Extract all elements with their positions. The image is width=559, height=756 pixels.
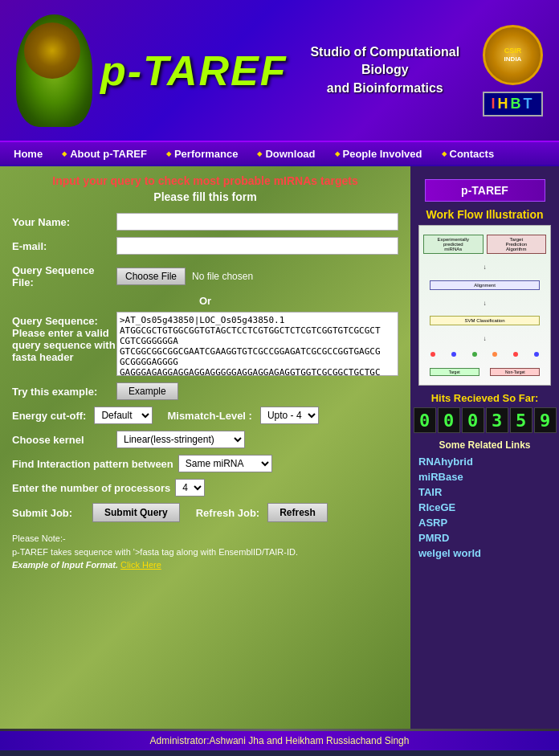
- or-divider: Or: [12, 295, 398, 307]
- workflow-diagram: ExperimentallypredictedmiRNAs TargetPred…: [418, 225, 551, 386]
- subtitle-line2: and Bioinformatics: [288, 80, 483, 97]
- wf-box-4: SVM Classification: [430, 316, 541, 325]
- note-example: Example of Input Format.: [12, 560, 118, 570]
- form-subtitle: Please fill this form: [12, 190, 398, 203]
- submit-job-label: Submit Job:: [12, 507, 92, 519]
- wf-box-2: TargetPredictionAlgorithm: [487, 235, 547, 254]
- workflow-title: Work Flow Illustration: [410, 208, 559, 221]
- sidebar-tab: p-TAREF: [425, 179, 545, 202]
- submit-query-button[interactable]: Submit Query: [92, 503, 180, 522]
- interaction-label: Find Interaction pattern between: [12, 458, 173, 470]
- query-file-row: Query Sequence File: Choose File No file…: [12, 264, 398, 288]
- main-content: Input your query to check most probable …: [0, 166, 559, 729]
- link-asrp[interactable]: ASRP: [418, 517, 551, 529]
- form-query-title: Input your query to check most probable …: [12, 174, 398, 187]
- header-right: CSIR INDIA IHBT: [483, 25, 543, 116]
- sidebar: p-TAREF Work Flow Illustration Experimen…: [410, 166, 559, 729]
- digit-0: 0: [414, 407, 436, 433]
- footer-admin: Administrator:Ashwani Jha and Heikham Ru…: [0, 731, 559, 750]
- no-file-chosen-text: No file chosen: [192, 271, 253, 282]
- your-name-label: Your Name:: [12, 216, 116, 228]
- wf-result-1: Target: [430, 368, 479, 376]
- header: p-TAREF Studio of Computational Biology …: [0, 0, 559, 141]
- sidebar-links: RNAhybrid miRBase TAIR RIceGE ASRP PMRD …: [410, 456, 559, 559]
- logo-area: p-TAREF: [16, 14, 288, 127]
- digit-3: 3: [486, 407, 508, 433]
- digit-2: 0: [462, 407, 484, 433]
- kernel-label: Choose kernel: [12, 434, 116, 446]
- wf-result-2: Non-Target: [490, 368, 540, 376]
- query-sequence-textarea[interactable]: [116, 312, 398, 376]
- scatter-dot-green: [472, 352, 477, 357]
- processors-label: Enter the number of processors: [12, 482, 170, 494]
- choose-file-button[interactable]: Choose File: [116, 268, 186, 285]
- link-rnahybrid[interactable]: RNAhybrid: [418, 456, 551, 468]
- nav-item-contacts[interactable]: Contacts: [432, 148, 504, 160]
- query-sequence-row: Query Sequence: Please enter a valid que…: [12, 312, 398, 376]
- wf-arrow-3: ↓: [484, 335, 487, 342]
- note-area: Please Note:- p-TAREF takes sequence wit…: [12, 532, 398, 572]
- link-pmrd[interactable]: PMRD: [418, 532, 551, 544]
- wf-box-1: ExperimentallypredictedmiRNAs: [423, 235, 484, 254]
- submit-row: Submit Job: Submit Query Refresh Job: Re…: [12, 503, 398, 522]
- navigation: Home About p-TAREF Performance Download …: [0, 141, 559, 166]
- csir-badge: CSIR INDIA: [483, 25, 543, 85]
- email-label: E-mail:: [12, 240, 116, 252]
- email-row: E-mail:: [12, 237, 398, 255]
- processors-select[interactable]: 1 2 4 8: [175, 479, 205, 497]
- subtitle-line1: Studio of Computational Biology: [288, 43, 483, 80]
- form-area: Input your query to check most probable …: [0, 166, 410, 729]
- link-tair[interactable]: TAIR: [418, 486, 551, 498]
- energy-select[interactable]: Default Low Medium High: [94, 407, 153, 424]
- wf-box-3: Alignment: [430, 280, 541, 290]
- nav-item-home[interactable]: Home: [4, 148, 52, 160]
- note-line2: p-TAREF takes sequence with '>fasta tag …: [12, 546, 398, 559]
- digit-4: 5: [510, 407, 532, 433]
- energy-mismatch-row: Energy cut-off: Default Low Medium High …: [12, 407, 398, 424]
- scatter-dot-orange: [492, 352, 497, 357]
- your-name-row: Your Name:: [12, 213, 398, 231]
- nav-item-about[interactable]: About p-TAREF: [52, 148, 157, 160]
- digit-5: 9: [534, 407, 557, 433]
- ihbt-label: IHBT: [483, 92, 542, 116]
- refresh-button[interactable]: Refresh: [267, 503, 328, 522]
- scatter-dot-red: [430, 352, 435, 357]
- link-mirbase[interactable]: miRBase: [418, 471, 551, 483]
- fern-image: [16, 14, 92, 127]
- try-example-label: Try this example:: [12, 386, 116, 398]
- query-file-label: Query Sequence File:: [12, 264, 116, 288]
- interaction-row: Find Interaction pattern between Same mi…: [12, 455, 398, 472]
- kernel-select[interactable]: Linear(less-stringent) RBF Polynomial: [116, 431, 245, 448]
- link-ricege[interactable]: RIceGE: [418, 501, 551, 513]
- refresh-job-label: Refresh Job:: [196, 507, 259, 519]
- click-here-link[interactable]: Click Here: [120, 560, 161, 570]
- header-title: Studio of Computational Biology and Bioi…: [288, 43, 483, 97]
- note-line1: Please Note:-: [12, 532, 398, 546]
- wf-arrow-2: ↓: [484, 300, 487, 307]
- nav-item-download[interactable]: Download: [247, 148, 324, 160]
- mismatch-label: Mismatch-Level :: [167, 410, 251, 422]
- your-name-input[interactable]: [116, 213, 398, 231]
- link-welgel[interactable]: welgel world: [418, 547, 551, 559]
- scatter-dot-blue2: [534, 352, 539, 357]
- footer-copyright: Copyright © 2011, Institute Of Himalayan…: [0, 750, 559, 756]
- processors-row: Enter the number of processors 1 2 4 8: [12, 479, 398, 497]
- energy-label: Energy cut-off:: [12, 410, 86, 422]
- interaction-select[interactable]: Same miRNA Different miRNA: [178, 455, 272, 472]
- kernel-row: Choose kernel Linear(less-stringent) RBF…: [12, 431, 398, 448]
- scatter-dot-blue: [451, 352, 456, 357]
- admin-text: Administrator:Ashwani Jha and Heikham Ru…: [150, 735, 410, 746]
- email-input[interactable]: [116, 237, 398, 255]
- mismatch-select[interactable]: Upto - 1 Upto - 2 Upto - 3 Upto - 4 Upto…: [260, 407, 319, 424]
- scatter-dot-red2: [513, 352, 518, 357]
- related-links-title: Some Related Links: [410, 439, 559, 451]
- nav-item-people[interactable]: People Involved: [325, 148, 432, 160]
- workflow-inner: ExperimentallypredictedmiRNAs TargetPred…: [419, 226, 550, 385]
- query-sequence-label: Query Sequence: Please enter a valid que…: [12, 312, 116, 363]
- nav-item-performance[interactable]: Performance: [157, 148, 247, 160]
- wf-arrow-1: ↓: [484, 264, 487, 271]
- form-container: Input your query to check most probable …: [0, 166, 410, 580]
- example-button[interactable]: Example: [116, 382, 178, 400]
- hits-counter: 0 0 0 3 5 9: [410, 407, 559, 433]
- digit-1: 0: [438, 407, 460, 433]
